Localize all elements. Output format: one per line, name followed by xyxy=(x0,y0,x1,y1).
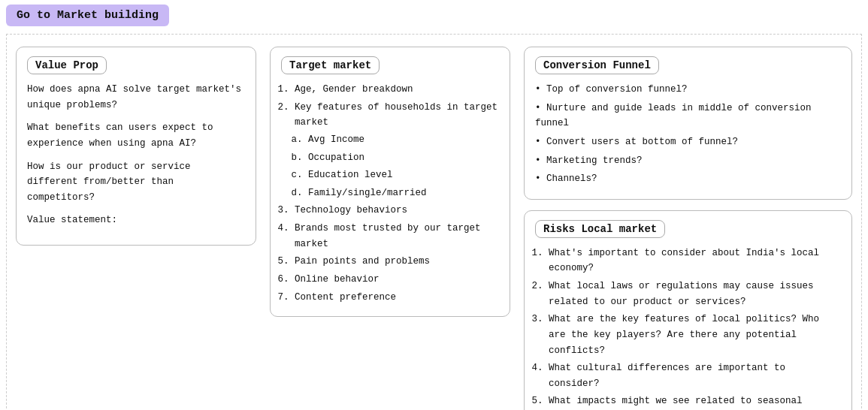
left-column: Value Prop How does apna AI solve target… xyxy=(16,47,256,410)
conversion-funnel-list: Top of conversion funnel? Nurture and gu… xyxy=(535,82,841,187)
value-prop-line-3: How is our product or service different … xyxy=(27,159,245,206)
list-item: Avg Income xyxy=(308,132,499,148)
list-item: What impacts might we see related to sea… xyxy=(549,393,841,410)
target-market-list: Age, Gender breakdown Key features of ho… xyxy=(281,82,499,305)
list-item: Top of conversion funnel? xyxy=(535,82,841,98)
conversion-funnel-body: Top of conversion funnel? Nurture and gu… xyxy=(535,82,841,187)
list-item: Brands most trusted by our target market xyxy=(295,221,499,252)
middle-column: Target market Age, Gender breakdown Key … xyxy=(270,47,510,410)
value-prop-title: Value Prop xyxy=(27,56,107,74)
list-item: Content preference xyxy=(295,290,499,306)
value-prop-line-1: How does apna AI solve target market's u… xyxy=(27,82,245,113)
risks-local-market-card: Risks Local market What's important to c… xyxy=(524,210,852,410)
list-item: Convert users at bottom of funnel? xyxy=(535,134,841,150)
target-market-body: Age, Gender breakdown Key features of ho… xyxy=(281,82,499,305)
risks-local-market-list: What's important to consider about India… xyxy=(535,246,841,410)
list-item: Marketing trends? xyxy=(535,153,841,169)
target-market-card: Target market Age, Gender breakdown Key … xyxy=(270,47,510,317)
list-item: What are the key features of local polit… xyxy=(549,312,841,358)
list-item: What local laws or regulations may cause… xyxy=(549,279,841,309)
list-item: What cultural differences are important … xyxy=(549,360,841,391)
risks-local-market-title: Risks Local market xyxy=(535,220,665,238)
value-prop-line-4: Value statement: xyxy=(27,213,245,228)
right-column: Conversion Funnel Top of conversion funn… xyxy=(524,47,852,410)
value-prop-body: How does apna AI solve target market's u… xyxy=(27,82,245,228)
list-item: Occupation xyxy=(308,150,499,166)
sub-list: Avg Income Occupation Education level Fa… xyxy=(295,132,499,201)
list-item: Education level xyxy=(308,167,499,183)
list-item: Key features of households in target mar… xyxy=(295,100,499,201)
list-item: Age, Gender breakdown xyxy=(295,82,499,98)
value-prop-card: Value Prop How does apna AI solve target… xyxy=(16,47,256,246)
list-item: Channels? xyxy=(535,171,841,187)
list-item: Nurture and guide leads in middle of con… xyxy=(535,101,841,131)
list-item: Technology behaviors xyxy=(295,203,499,219)
header-bar: Go to Market building xyxy=(6,5,169,26)
list-item: What's important to consider about India… xyxy=(549,246,841,276)
list-item: Pain points and problems xyxy=(295,254,499,270)
main-container: Value Prop How does apna AI solve target… xyxy=(6,34,862,410)
value-prop-line-2: What benefits can users expect to experi… xyxy=(27,120,245,151)
target-market-title: Target market xyxy=(281,56,380,74)
list-item: Online behavior xyxy=(295,272,499,288)
conversion-funnel-card: Conversion Funnel Top of conversion funn… xyxy=(524,47,852,200)
list-item: Family/single/married xyxy=(308,185,499,201)
risks-local-market-body: What's important to consider about India… xyxy=(535,246,841,410)
conversion-funnel-title: Conversion Funnel xyxy=(535,56,659,74)
